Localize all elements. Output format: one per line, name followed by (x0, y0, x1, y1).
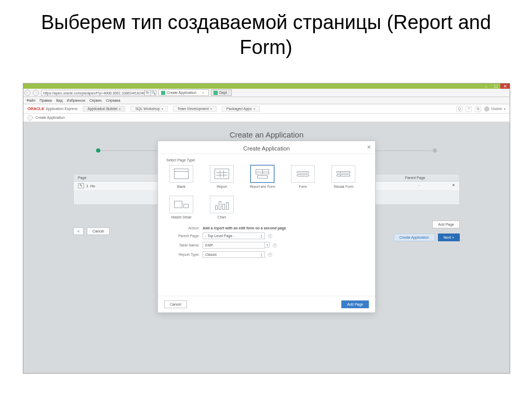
help-icon[interactable]: ? (268, 234, 272, 238)
type-form[interactable]: Form (288, 165, 318, 188)
type-label: Chart (207, 215, 237, 219)
page-attributes: Action: Add a report with an edit form o… (166, 226, 367, 258)
modal-footer: Cancel Add Page (158, 296, 375, 312)
master-detail-icon (174, 201, 189, 208)
chevron-down-icon: ▾ (162, 107, 163, 111)
user-avatar-icon[interactable]: Natalie ▾ (484, 106, 506, 112)
address-bar-row: ← → https://apex.oracle.com/pls/apex/f?p… (23, 89, 510, 97)
type-label: Form (288, 185, 318, 188)
menu-item[interactable]: Файл (26, 99, 35, 102)
row-num: 1 (86, 184, 88, 188)
nav-app-builder[interactable]: Application Builder▾ (83, 106, 125, 112)
breadcrumb: ↑ Create Application (23, 114, 510, 122)
nav-team-dev[interactable]: Team Development▾ (173, 106, 217, 112)
type-chart[interactable]: Chart (207, 196, 237, 219)
product-name: Application Express (46, 107, 77, 111)
modal-add-page-button[interactable]: Add Page (341, 300, 369, 308)
lookup-icon[interactable]: ▾ (264, 242, 270, 248)
spinner-icon: ▴▾ (261, 234, 262, 238)
back-arrow-icon[interactable]: ← (24, 90, 31, 96)
close-icon[interactable]: ✕ (367, 144, 371, 150)
search-icon[interactable]: Q (456, 106, 462, 112)
form-icon (297, 171, 309, 176)
minimize-button[interactable]: – (482, 84, 491, 89)
forward-arrow-icon[interactable]: → (33, 90, 39, 96)
app-header: ORACLE Application Express Application B… (23, 104, 510, 114)
tab-favicon-icon (161, 91, 165, 95)
add-page-button-bg[interactable]: Add Page (432, 221, 460, 228)
row-name: Ho (90, 184, 95, 188)
tab-close-icon[interactable]: × (202, 90, 204, 95)
row-parent: - (391, 182, 448, 190)
window-buttons: – ☐ ✕ (482, 84, 510, 89)
type-label: Report (207, 185, 237, 188)
close-button[interactable]: ✕ (500, 84, 510, 89)
chevron-down-icon: ▾ (210, 107, 212, 111)
menu-item[interactable]: Справка (106, 99, 120, 102)
chart-icon (215, 199, 229, 210)
app-screenshot: – ☐ ✕ ← → https://apex.oracle.com/pls/ap… (23, 83, 510, 374)
wizard-body: Create an Application Page Parent Page ✎… (23, 122, 510, 373)
blank-icon (174, 169, 189, 179)
browser-tab-inactive[interactable]: Dept (211, 89, 232, 96)
col-parent: Parent Page (387, 174, 444, 181)
spinner-icon: ▴▾ (261, 253, 262, 257)
menu-item[interactable]: Сервис (89, 99, 102, 102)
modal-header: Create Application ✕ (158, 141, 375, 154)
parent-page-select[interactable]: - Top Level Page - ▴▾ (203, 232, 265, 239)
create-application-button[interactable]: Create Application (394, 234, 435, 241)
page-type-label: Select Page Type: (166, 158, 367, 162)
next-button[interactable]: Next > (438, 234, 460, 241)
menu-item[interactable]: Избранное (67, 99, 85, 102)
action-value: Add a report with an edit form on a seco… (203, 226, 286, 230)
table-name-input[interactable] (203, 242, 265, 249)
maximize-button[interactable]: ☐ (491, 84, 500, 89)
delete-row-icon[interactable]: ✕ (448, 182, 459, 190)
chevron-down-icon: ▾ (119, 107, 121, 111)
type-tabular-form[interactable]: Tabular Form (328, 165, 358, 188)
nav-label: SQL Workshop (135, 107, 159, 111)
nav-label: Application Builder (87, 107, 117, 111)
wizard-title: Create an Application (23, 130, 510, 139)
help-icon[interactable]: ? (273, 243, 277, 248)
tab-label: Dept (219, 90, 227, 95)
step-dot-done-icon (96, 148, 100, 153)
action-label: Action: (166, 226, 200, 230)
report-type-select[interactable]: Classic ▴▾ (203, 251, 265, 258)
help-icon[interactable]: ? (466, 106, 472, 112)
up-arrow-icon[interactable]: ↑ (28, 115, 33, 120)
search-button[interactable]: 🔍 (150, 90, 156, 96)
tabular-icon (337, 171, 350, 176)
type-label: Tabular Form (328, 185, 358, 188)
parent-page-label: Parent Page: (166, 234, 200, 238)
menu-item[interactable]: Правка (39, 99, 52, 102)
create-application-modal: Create Application ✕ Select Page Type: B… (157, 141, 376, 313)
nav-label: Packaged Apps (227, 107, 252, 111)
cancel-button[interactable]: Cancel (87, 227, 110, 235)
menu-item[interactable]: Вид (56, 99, 63, 102)
help-icon[interactable]: ? (268, 253, 272, 257)
type-blank[interactable]: Blank (166, 165, 196, 188)
url-input[interactable]: https://apex.oracle.com/pls/apex/f?p=400… (41, 90, 145, 96)
type-master-detail[interactable]: Master Detail (166, 196, 196, 219)
col-page: Page (74, 174, 115, 181)
nav-label: Team Development (178, 107, 209, 111)
edit-icon[interactable]: ✎ (78, 183, 84, 188)
type-report[interactable]: Report (207, 165, 237, 188)
nav-packaged-apps[interactable]: Packaged Apps▾ (222, 106, 260, 112)
report-icon (215, 169, 229, 179)
slide-title: Выберем тип создаваемой страницы (Report… (0, 0, 532, 65)
gear-icon[interactable]: ⚙ (475, 106, 481, 112)
breadcrumb-text: Create Application (35, 116, 65, 119)
type-label: Report and Form (247, 185, 277, 188)
step-dot-icon (433, 148, 437, 153)
nav-sql-workshop[interactable]: SQL Workshop▾ (130, 106, 167, 112)
type-report-and-form[interactable]: Report and Form (247, 165, 277, 188)
back-button[interactable]: < (73, 227, 84, 235)
browser-tab-active[interactable]: Create Application × (158, 89, 209, 96)
page-type-grid: Blank Report Report and Form Form (166, 165, 367, 219)
brand: ORACLE Application Express (28, 106, 77, 111)
modal-cancel-button[interactable]: Cancel (164, 300, 187, 308)
tab-favicon-icon (214, 91, 218, 95)
chevron-down-icon: ▾ (504, 107, 506, 111)
